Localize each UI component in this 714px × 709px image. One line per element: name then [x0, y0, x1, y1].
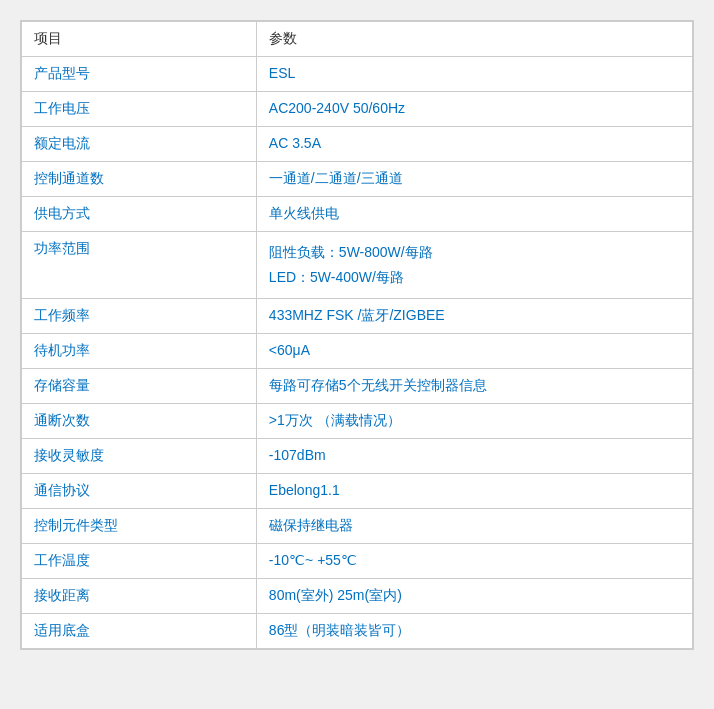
- row-label: 控制元件类型: [22, 509, 257, 544]
- row-value: 80m(室外) 25m(室内): [256, 579, 692, 614]
- row-value: -107dBm: [256, 439, 692, 474]
- table-row: 工作温度-10℃~ +55℃: [22, 544, 693, 579]
- row-label: 供电方式: [22, 197, 257, 232]
- row-value: ESL: [256, 57, 692, 92]
- row-label: 待机功率: [22, 334, 257, 369]
- table-row: 工作频率433MHZ FSK /蓝牙/ZIGBEE: [22, 299, 693, 334]
- table-row: 通断次数>1万次 （满载情况）: [22, 404, 693, 439]
- row-label: 功率范围: [22, 232, 257, 299]
- table-row: 接收距离80m(室外) 25m(室内): [22, 579, 693, 614]
- table-row: 接收灵敏度-107dBm: [22, 439, 693, 474]
- row-label: 工作频率: [22, 299, 257, 334]
- table-row: 供电方式单火线供电: [22, 197, 693, 232]
- row-label: 存储容量: [22, 369, 257, 404]
- row-label: 接收灵敏度: [22, 439, 257, 474]
- row-value: <60μA: [256, 334, 692, 369]
- table-row: 额定电流AC 3.5A: [22, 127, 693, 162]
- row-value: AC 3.5A: [256, 127, 692, 162]
- table-row: 待机功率<60μA: [22, 334, 693, 369]
- table-row: 产品型号ESL: [22, 57, 693, 92]
- table-row: 功率范围阻性负载：5W-800W/每路LED：5W-400W/每路: [22, 232, 693, 299]
- table-row: 工作电压AC200-240V 50/60Hz: [22, 92, 693, 127]
- row-label: 适用底盒: [22, 614, 257, 649]
- header-value: 参数: [256, 22, 692, 57]
- row-value: 每路可存储5个无线开关控制器信息: [256, 369, 692, 404]
- table-row: 控制元件类型磁保持继电器: [22, 509, 693, 544]
- table-row: 控制通道数一通道/二通道/三通道: [22, 162, 693, 197]
- row-value: -10℃~ +55℃: [256, 544, 692, 579]
- row-value: AC200-240V 50/60Hz: [256, 92, 692, 127]
- row-value: 磁保持继电器: [256, 509, 692, 544]
- table-row: 存储容量每路可存储5个无线开关控制器信息: [22, 369, 693, 404]
- header-label: 项目: [22, 22, 257, 57]
- row-value: Ebelong1.1: [256, 474, 692, 509]
- row-value: 86型（明装暗装皆可）: [256, 614, 692, 649]
- table-row: 通信协议Ebelong1.1: [22, 474, 693, 509]
- row-label: 接收距离: [22, 579, 257, 614]
- row-value: 433MHZ FSK /蓝牙/ZIGBEE: [256, 299, 692, 334]
- row-value: 阻性负载：5W-800W/每路LED：5W-400W/每路: [256, 232, 692, 299]
- table-row: 适用底盒86型（明装暗装皆可）: [22, 614, 693, 649]
- specs-table: 项目 参数 产品型号ESL工作电压AC200-240V 50/60Hz额定电流A…: [21, 21, 693, 649]
- specs-table-container: 项目 参数 产品型号ESL工作电压AC200-240V 50/60Hz额定电流A…: [20, 20, 694, 650]
- row-label: 通信协议: [22, 474, 257, 509]
- table-header-row: 项目 参数: [22, 22, 693, 57]
- row-value: 一通道/二通道/三通道: [256, 162, 692, 197]
- row-value: 单火线供电: [256, 197, 692, 232]
- row-label: 控制通道数: [22, 162, 257, 197]
- row-label: 工作电压: [22, 92, 257, 127]
- row-label: 产品型号: [22, 57, 257, 92]
- row-label: 通断次数: [22, 404, 257, 439]
- row-value: >1万次 （满载情况）: [256, 404, 692, 439]
- row-label: 额定电流: [22, 127, 257, 162]
- row-label: 工作温度: [22, 544, 257, 579]
